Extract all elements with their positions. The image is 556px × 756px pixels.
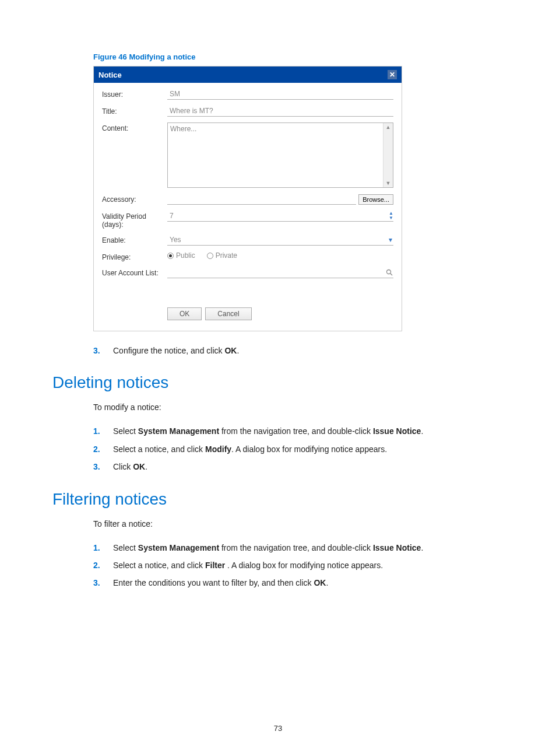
filter-steps-list: 1.Select System Management from the navi… xyxy=(93,541,504,590)
accessory-label: Accessory: xyxy=(102,194,167,204)
useraccount-input[interactable] xyxy=(167,267,385,278)
step-number: 3. xyxy=(93,344,113,357)
stepper-down-icon[interactable]: ▼ xyxy=(389,216,393,220)
section-heading-filter: Filtering notices xyxy=(52,490,504,509)
step-number: 3. xyxy=(93,460,113,473)
enable-label: Enable: xyxy=(102,235,167,244)
step-number: 3. xyxy=(93,576,113,589)
enable-value: Yes xyxy=(167,235,389,245)
list-item: 1.Select System Management from the navi… xyxy=(93,425,504,438)
cancel-button[interactable]: Cancel xyxy=(205,307,251,320)
svg-point-0 xyxy=(387,270,391,274)
content-label: Content: xyxy=(102,123,167,132)
dialog-header: Notice ✕ xyxy=(94,66,402,83)
page-number: 73 xyxy=(274,724,282,733)
list-item: 3.Enter the conditions you want to filte… xyxy=(93,576,504,589)
chevron-down-icon[interactable]: ▾ xyxy=(389,236,393,244)
notice-dialog: Notice ✕ Issuer: Title: Content: Where..… xyxy=(93,66,402,331)
dialog-title: Notice xyxy=(98,71,122,79)
list-item: 3.Click OK. xyxy=(93,460,504,473)
step-number: 1. xyxy=(93,541,113,554)
private-radio-label: Private xyxy=(216,251,237,260)
list-item: 3. Configure the notice, and click OK. xyxy=(93,344,504,357)
list-item: 2.Select a notice, and click Modify. A d… xyxy=(93,443,504,456)
enable-select[interactable]: Yes ▾ xyxy=(167,235,393,246)
step-number: 2. xyxy=(93,443,113,456)
issuer-label: Issuer: xyxy=(102,89,167,99)
step-number: 1. xyxy=(93,425,113,438)
section-heading-delete: Deleting notices xyxy=(52,373,504,392)
privilege-public-radio[interactable]: Public xyxy=(167,251,195,260)
title-label: Title: xyxy=(102,106,167,116)
step-number: 2. xyxy=(93,559,113,572)
scroll-down-icon[interactable]: ▼ xyxy=(385,180,390,186)
validity-label: Validity Period (days): xyxy=(102,211,167,229)
useraccount-label: User Account List: xyxy=(102,267,167,277)
privilege-label: Privilege: xyxy=(102,251,167,261)
search-icon[interactable] xyxy=(385,268,393,276)
content-textarea[interactable]: Where... xyxy=(168,123,383,187)
accessory-input[interactable] xyxy=(167,194,356,205)
figure-caption: Figure 46 Modifying a notice xyxy=(93,52,504,61)
close-icon[interactable]: ✕ xyxy=(388,70,397,79)
scroll-up-icon[interactable]: ▲ xyxy=(385,124,390,130)
delete-steps-list: 1.Select System Management from the navi… xyxy=(93,425,504,473)
textarea-scrollbar[interactable]: ▲ ▼ xyxy=(383,123,393,187)
public-radio-label: Public xyxy=(176,251,195,260)
issuer-input[interactable] xyxy=(167,89,393,100)
browse-button[interactable]: Browse... xyxy=(358,194,393,205)
validity-stepper[interactable] xyxy=(167,211,389,221)
svg-line-1 xyxy=(390,274,392,275)
privilege-private-radio[interactable]: Private xyxy=(207,251,237,260)
section-intro: To filter a notice: xyxy=(93,519,504,528)
list-item: 1.Select System Management from the navi… xyxy=(93,541,504,554)
dialog-body: Issuer: Title: Content: Where... ▲ ▼ xyxy=(94,83,402,331)
list-item: 2.Select a notice, and click Filter . A … xyxy=(93,559,504,572)
title-input[interactable] xyxy=(167,106,393,117)
section-intro: To modify a notice: xyxy=(93,402,504,412)
ok-button[interactable]: OK xyxy=(167,307,202,320)
